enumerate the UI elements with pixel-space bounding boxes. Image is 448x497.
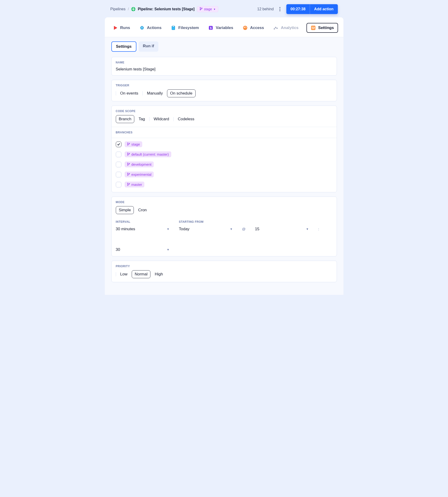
gauge-icon (243, 25, 248, 31)
branch-selector[interactable]: stage ▼ (197, 6, 218, 12)
svg-point-6 (200, 9, 200, 10)
tab-label: Actions (147, 26, 161, 30)
branch-chip[interactable]: stage (125, 141, 143, 147)
tab-filesystem[interactable]: Filesystem (169, 23, 200, 32)
dropdown-icon: ▼ (167, 227, 170, 231)
add-action-button[interactable]: Add action (310, 4, 338, 14)
interval-select[interactable]: 30 minutes ▼ (116, 227, 170, 231)
subtab-settings[interactable]: Settings (111, 41, 136, 52)
branch-name: default (current: master) (131, 152, 169, 156)
branch-checkbox[interactable] (116, 162, 121, 167)
dollar-icon: $ (208, 25, 213, 31)
svg-point-33 (129, 153, 130, 154)
hour-value: 15 (255, 227, 259, 231)
branches-list: stagedefault (current: master)developmen… (112, 138, 337, 192)
scope-branch[interactable]: Branch (116, 115, 134, 123)
trigger-switch: On events Manually On schedule (116, 89, 333, 97)
git-branch-icon (127, 162, 130, 166)
svg-point-10 (280, 10, 281, 11)
branch-row: master (116, 182, 333, 187)
name-input[interactable]: Selenium tests [Stage] (116, 66, 333, 72)
tab-runs[interactable]: Runs (111, 23, 132, 32)
tab-label: Filesystem (178, 26, 199, 30)
behind-count[interactable]: 12 behind (257, 7, 273, 11)
trigger-on-events[interactable]: On events (119, 90, 140, 97)
svg-point-36 (129, 163, 130, 164)
branch-name: master (131, 182, 142, 187)
branch-checkbox[interactable] (116, 182, 121, 187)
trigger-label: TRIGGER (116, 84, 333, 87)
priority-normal[interactable]: Normal (132, 270, 151, 278)
tab-access[interactable]: Access (241, 23, 266, 32)
tab-label: Variables (216, 26, 233, 30)
svg-text:$: $ (210, 26, 212, 30)
subtab-run-if[interactable]: Run if (139, 41, 158, 52)
more-menu-button[interactable] (277, 6, 283, 12)
git-branch-icon (127, 182, 130, 187)
branch-row: experimental (116, 172, 333, 177)
tab-label: Access (250, 26, 264, 30)
svg-point-7 (201, 8, 202, 8)
page-title: Pipeline: Selenium tests [Stage] (138, 7, 195, 11)
tab-label: Settings (318, 26, 334, 30)
git-branch-icon (127, 142, 130, 146)
mode-label: MODE (116, 201, 333, 204)
starting-select[interactable]: Today ▼ (179, 227, 233, 231)
branch-name: development (131, 162, 152, 166)
svg-point-42 (129, 183, 130, 184)
sliders-icon (311, 25, 316, 31)
tab-label: Analytics (281, 26, 299, 30)
trigger-on-schedule[interactable]: On schedule (167, 89, 195, 97)
interval-value: 30 minutes (116, 227, 135, 231)
svg-point-26 (313, 28, 314, 29)
breadcrumb-sep: / (128, 7, 129, 11)
tab-settings[interactable]: Settings (306, 23, 338, 33)
svg-point-8 (280, 7, 281, 8)
tab-label: Runs (120, 26, 130, 30)
svg-point-20 (277, 28, 278, 29)
clipboard-icon (171, 25, 176, 31)
branch-chip[interactable]: default (current: master) (125, 151, 171, 157)
scope-wildcard[interactable]: Wildcard (152, 115, 171, 123)
hour-select[interactable]: 15 ▼ (255, 227, 309, 231)
svg-rect-14 (173, 26, 174, 27)
svg-point-40 (127, 183, 128, 184)
gear-icon (139, 25, 144, 31)
branch-name: experimental (131, 173, 152, 176)
priority-switch: Low Normal High (116, 270, 333, 278)
tab-variables[interactable]: $ Variables (207, 23, 235, 32)
tab-analytics[interactable]: Analytics (272, 23, 300, 32)
priority-low[interactable]: Low (119, 271, 129, 278)
project-icon (131, 7, 135, 11)
chevron-down-icon: ▼ (213, 8, 216, 11)
svg-point-5 (200, 7, 200, 8)
timer-button[interactable]: 00:27:38 (286, 4, 310, 14)
tab-actions[interactable]: Actions (138, 23, 163, 32)
branch-checkbox[interactable] (116, 172, 121, 177)
branch-checkbox[interactable] (116, 152, 121, 157)
trigger-manually[interactable]: Manually (145, 90, 164, 97)
svg-point-35 (127, 165, 128, 165)
branch-chip[interactable]: experimental (125, 172, 154, 177)
branch-chip[interactable]: development (125, 161, 154, 167)
scope-codeless[interactable]: Codeless (176, 115, 196, 123)
breadcrumb-root[interactable]: Pipelines (111, 7, 126, 11)
svg-point-39 (129, 173, 130, 174)
analytics-icon (273, 25, 278, 31)
svg-point-29 (127, 144, 128, 145)
scope-tag[interactable]: Tag (137, 115, 146, 123)
svg-point-0 (133, 9, 134, 10)
mode-simple[interactable]: Simple (116, 206, 134, 214)
code-scope-switch: Branch Tag Wildcard Codeless (116, 115, 333, 123)
branch-chip[interactable]: master (125, 182, 144, 187)
mode-cron[interactable]: Cron (137, 206, 148, 214)
svg-point-37 (127, 173, 128, 174)
breadcrumb: Pipelines / Pipeline: Selenium tests [St… (111, 6, 218, 12)
priority-high[interactable]: High (153, 271, 164, 278)
svg-point-38 (127, 175, 128, 176)
branch-checkbox[interactable] (116, 142, 121, 147)
starting-label: STARTING FROM (179, 220, 233, 224)
colon-separator: : (318, 227, 319, 231)
dropdown-icon: ▼ (167, 248, 170, 251)
minute-select[interactable]: 30 ▼ (116, 247, 170, 252)
